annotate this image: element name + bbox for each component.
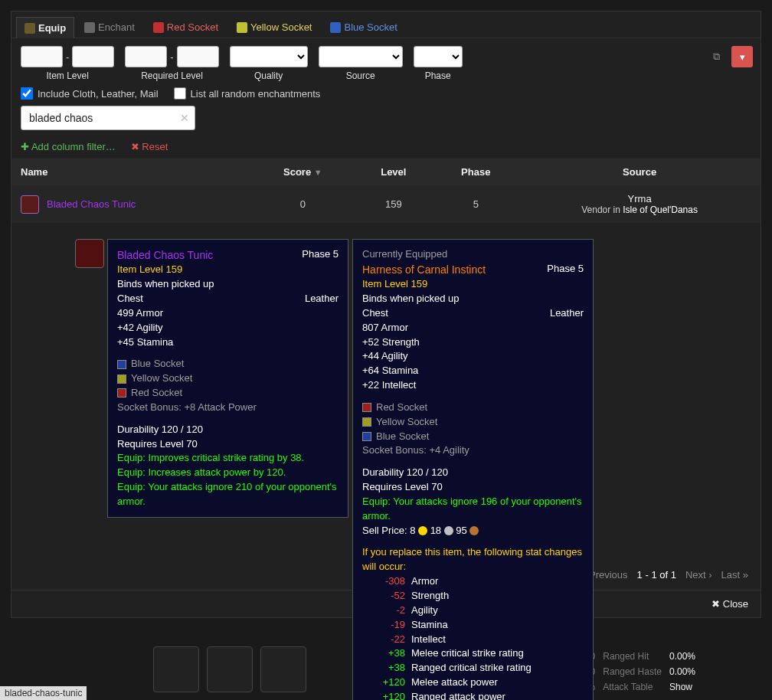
- url-hint: bladed-chaos-tunic: [0, 686, 87, 700]
- item-level-max[interactable]: [72, 46, 114, 67]
- yellow-socket-icon: [117, 375, 126, 384]
- tab-red-socket[interactable]: Red Socket: [145, 16, 227, 38]
- copy-icon[interactable]: ⧉: [705, 46, 727, 67]
- score-cell: 0: [251, 185, 354, 223]
- sort-desc-icon: ▼: [314, 168, 322, 177]
- reset-link[interactable]: ✖ Reset: [131, 141, 168, 152]
- phase-label: Phase: [425, 70, 451, 81]
- source-label: Source: [346, 70, 375, 81]
- col-phase[interactable]: Phase: [433, 159, 518, 185]
- include-armor-checkbox[interactable]: [21, 87, 33, 100]
- blue-socket-icon: [117, 360, 126, 369]
- clear-search-icon[interactable]: ✕: [180, 112, 189, 124]
- tab-equip[interactable]: Equip: [16, 17, 74, 38]
- col-name[interactable]: Name: [11, 159, 251, 185]
- yellow-socket-icon: [362, 417, 371, 427]
- silver-icon: [444, 526, 453, 535]
- tab-bar: EquipEnchantRed SocketYellow SocketBlue …: [11, 11, 761, 38]
- pager-last[interactable]: Last »: [721, 569, 748, 581]
- pager-current: 1 - 1 of 1: [637, 569, 676, 581]
- equip-slot[interactable]: [153, 646, 199, 692]
- quality-select[interactable]: [230, 46, 308, 67]
- quality-label: Quality: [254, 70, 283, 81]
- phase-cell: 5: [433, 185, 518, 223]
- tab-enchant[interactable]: Enchant: [76, 16, 143, 38]
- search-input[interactable]: [21, 106, 195, 130]
- source-vendor: Yrma: [528, 193, 751, 204]
- red-socket-icon: [362, 403, 371, 412]
- tab-blue-socket[interactable]: Blue Socket: [322, 16, 405, 38]
- list-enchant-checkbox[interactable]: [174, 87, 186, 100]
- copper-icon: [469, 526, 479, 535]
- red-socket-icon: [117, 388, 126, 397]
- compare-tooltip: Currently Equipped Harness of Carnal Ins…: [352, 239, 594, 700]
- col-source[interactable]: Source: [518, 159, 761, 185]
- item-icon: [21, 195, 39, 214]
- req-level-max[interactable]: [177, 46, 219, 67]
- tab-yellow-socket[interactable]: Yellow Socket: [228, 16, 320, 38]
- col-level[interactable]: Level: [354, 159, 433, 185]
- tooltip-item-icon: [75, 239, 104, 268]
- item-level-label: Item Level: [46, 70, 88, 81]
- item-level-min[interactable]: [21, 46, 63, 67]
- item-name-link[interactable]: Bladed Chaos Tunic: [47, 198, 136, 210]
- gold-icon: [418, 526, 427, 535]
- req-level-min[interactable]: [125, 46, 167, 67]
- source-select[interactable]: [319, 46, 403, 67]
- col-score[interactable]: Score ▼: [251, 159, 354, 185]
- pager-next[interactable]: Next ›: [685, 569, 712, 581]
- blue-socket-icon: [362, 432, 371, 441]
- item-tooltip: Bladed Chaos TunicPhase 5 Item Level 159…: [107, 239, 348, 518]
- table-row[interactable]: Bladed Chaos Tunic 0 159 5 Yrma Vendor i…: [11, 185, 761, 223]
- req-level-label: Required Level: [141, 70, 203, 81]
- phase-select[interactable]: [414, 46, 463, 67]
- filter-icon[interactable]: ▾: [731, 46, 753, 67]
- equip-slot[interactable]: [207, 646, 253, 692]
- add-column-filter-link[interactable]: ✚ Add column filter…: [21, 141, 116, 152]
- level-cell: 159: [354, 185, 433, 223]
- equip-slot[interactable]: [260, 646, 306, 692]
